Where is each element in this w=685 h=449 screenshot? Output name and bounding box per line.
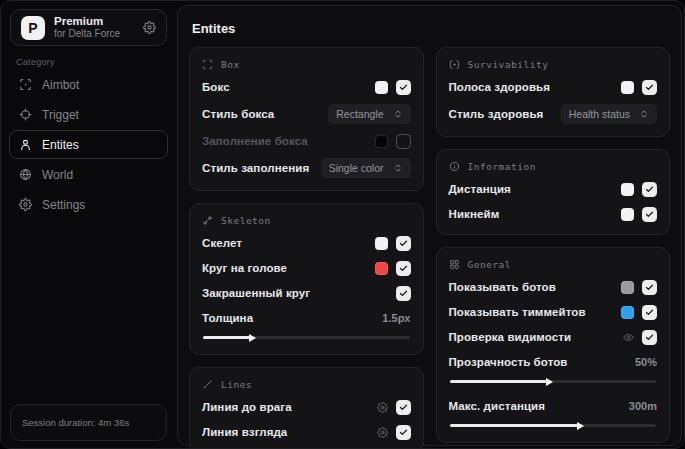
- checkbox[interactable]: [642, 182, 657, 197]
- row-nickname: Никнейм: [449, 206, 658, 222]
- health-style-select[interactable]: Health status: [561, 104, 657, 124]
- color-swatch[interactable]: [375, 237, 388, 250]
- card-lines: Lines Линия до врага Линия взгляда: [189, 367, 424, 449]
- row-fill-style: Стиль заполнения Single color: [202, 158, 411, 178]
- row-distance: Дистанция: [449, 181, 658, 197]
- sidebar-item-world[interactable]: World: [9, 160, 168, 189]
- max-distance-slider[interactable]: [450, 424, 657, 427]
- unfold-icon: [393, 109, 403, 119]
- row-health-style: Стиль здоровья Health status: [449, 104, 658, 124]
- checkbox[interactable]: [396, 286, 411, 301]
- box-icon: [202, 59, 213, 70]
- page-title: Entites: [192, 21, 670, 36]
- eye-icon[interactable]: [623, 332, 634, 343]
- row-bot-opacity: Прозрачность ботов 50%: [449, 354, 658, 383]
- slider-thumb[interactable]: [546, 378, 553, 386]
- checkbox[interactable]: [642, 80, 657, 95]
- card-title: Box: [221, 59, 240, 70]
- card-survivability: Survivability Полоса здоровья Стиль здор…: [436, 47, 671, 137]
- sidebar-item-aimbot[interactable]: Aimbot: [9, 70, 168, 99]
- card-general: General Показывать ботов Показывать тимм…: [436, 247, 671, 443]
- row-box: Бокс: [202, 79, 411, 95]
- brand-logo: P: [21, 16, 45, 40]
- bone-icon: [202, 215, 213, 226]
- row-show-bots: Показывать ботов: [449, 279, 658, 295]
- card-box: Box Бокс Стиль бокса Rectangle: [189, 47, 424, 191]
- color-swatch[interactable]: [375, 262, 388, 275]
- vitals-icon: [449, 59, 460, 70]
- sidebar-item-label: World: [42, 168, 73, 182]
- session-duration-card: Session duration: 4m 36s: [10, 404, 167, 441]
- checkbox[interactable]: [642, 305, 657, 320]
- globe-icon: [19, 168, 32, 181]
- row-filled-circle: Закрашенный круг: [202, 285, 411, 301]
- thickness-slider[interactable]: [203, 336, 410, 339]
- gear-icon[interactable]: [377, 427, 388, 438]
- sidebar-nav: Aimbot Trigget Entites World Settings: [9, 70, 168, 219]
- checkbox[interactable]: [396, 134, 411, 149]
- app-window: P Premium for Delta Force Category Aimbo…: [0, 0, 685, 449]
- brand-card: P Premium for Delta Force: [10, 9, 167, 46]
- brand-settings-icon[interactable]: [143, 21, 156, 34]
- sidebar-item-settings[interactable]: Settings: [9, 190, 168, 219]
- card-title: Lines: [221, 379, 252, 390]
- checkbox[interactable]: [642, 207, 657, 222]
- row-show-teammates: Показывать тиммейтов: [449, 304, 658, 320]
- row-max-distance: Макс. дистанция 300m: [449, 398, 658, 427]
- row-visibility-check: Проверка видимости: [449, 329, 658, 345]
- info-icon: [449, 161, 460, 172]
- card-title: Information: [468, 161, 536, 172]
- checkbox[interactable]: [396, 425, 411, 440]
- sidebar-item-label: Settings: [42, 198, 85, 212]
- card-skeleton: Skeleton Скелет Круг на голове: [189, 203, 424, 355]
- card-information: Information Дистанция Никнейм: [436, 149, 671, 235]
- color-swatch[interactable]: [375, 135, 388, 148]
- person-icon: [19, 138, 32, 151]
- color-swatch[interactable]: [621, 306, 634, 319]
- sidebar-item-label: Trigget: [42, 108, 79, 122]
- unfold-icon: [639, 109, 649, 119]
- checkbox[interactable]: [396, 400, 411, 415]
- line-icon: [202, 379, 213, 390]
- slider-value: 300m: [629, 400, 657, 412]
- sidebar-item-label: Entites: [42, 138, 79, 152]
- checkbox[interactable]: [642, 330, 657, 345]
- row-box-fill: Заполнение бокса: [202, 133, 411, 149]
- unfold-icon: [393, 163, 403, 173]
- color-swatch[interactable]: [375, 81, 388, 94]
- gear-icon[interactable]: [377, 402, 388, 413]
- color-swatch[interactable]: [621, 183, 634, 196]
- row-line-of-sight: Линия взгляда: [202, 424, 411, 440]
- color-swatch[interactable]: [621, 281, 634, 294]
- box-style-select[interactable]: Rectangle: [328, 104, 410, 124]
- category-label: Category: [16, 57, 55, 67]
- color-swatch[interactable]: [621, 208, 634, 221]
- session-duration-label: Session duration: 4m 36s: [22, 417, 129, 428]
- sidebar-item-entites[interactable]: Entites: [9, 130, 168, 159]
- slider-value: 50%: [635, 356, 657, 368]
- row-health-bar: Полоса здоровья: [449, 79, 658, 95]
- row-box-style: Стиль бокса Rectangle: [202, 104, 411, 124]
- checkbox[interactable]: [396, 80, 411, 95]
- sidebar-item-trigget[interactable]: Trigget: [9, 100, 168, 129]
- main-panel: Entites Box Бокс: [177, 5, 682, 446]
- slider-thumb[interactable]: [249, 334, 256, 342]
- row-thickness: Толщина 1.5px: [202, 310, 411, 339]
- bot-opacity-slider[interactable]: [450, 380, 657, 383]
- color-swatch[interactable]: [621, 81, 634, 94]
- crosshair-icon: [19, 108, 32, 121]
- row-line-to-enemy: Линия до врага: [202, 399, 411, 415]
- checkbox[interactable]: [642, 280, 657, 295]
- card-title: Skeleton: [221, 215, 271, 226]
- brand-subtitle: for Delta Force: [54, 28, 120, 40]
- slider-thumb[interactable]: [577, 422, 584, 430]
- sidebar-item-label: Aimbot: [42, 78, 79, 92]
- row-head-circle: Круг на голове: [202, 260, 411, 276]
- brand-title: Premium: [54, 15, 120, 28]
- slider-value: 1.5px: [382, 312, 410, 324]
- checkbox[interactable]: [396, 261, 411, 276]
- checkbox[interactable]: [396, 236, 411, 251]
- card-title: General: [468, 259, 512, 270]
- fill-style-select[interactable]: Single color: [321, 158, 411, 178]
- row-skeleton: Скелет: [202, 235, 411, 251]
